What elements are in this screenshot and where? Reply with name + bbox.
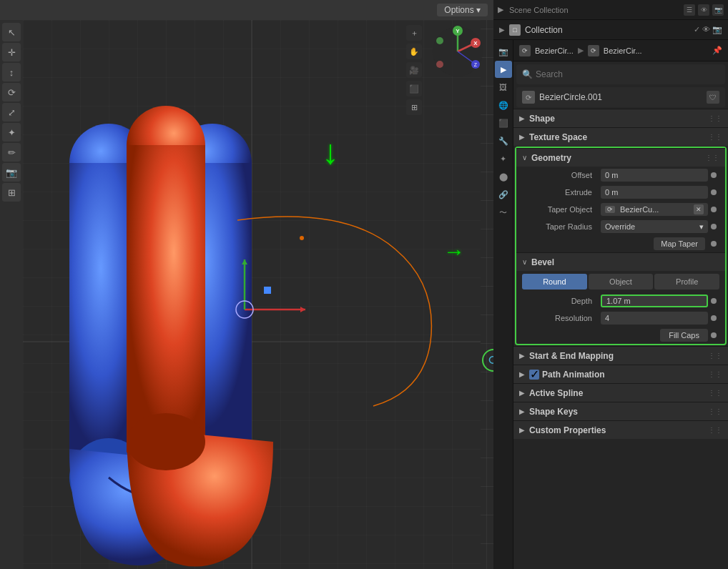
tool-pan[interactable]: ✋ (406, 44, 422, 59)
shape-keys-dots: ⋮⋮ (708, 407, 722, 415)
section-geometry[interactable]: ∨ Geometry ⋮⋮ (516, 148, 725, 167)
tool-cursor[interactable]: ✛ (2, 43, 21, 61)
section-active-spline[interactable]: ▶ Active Spline ⋮⋮ (513, 383, 728, 402)
extrude-dot[interactable] (711, 189, 717, 195)
taper-radius-dropdown[interactable]: Override ▾ (601, 220, 708, 233)
offset-value[interactable]: 0 m (601, 169, 708, 182)
offset-label: Offset (533, 171, 598, 179)
prop-render-icon[interactable]: 📷 (495, 43, 512, 60)
prop-world-icon[interactable]: 🌐 (495, 97, 512, 114)
render-icon[interactable]: 📷 (712, 4, 724, 16)
path-anim-label: Path Animation (542, 370, 605, 380)
bevel-tab-profile[interactable]: Profile (654, 274, 719, 290)
collection-row: ▶ □ Collection ✓ 👁 📷 (493, 20, 728, 40)
extrude-value[interactable]: 0 m (601, 186, 708, 199)
tool-camera[interactable]: 🎥 (406, 62, 422, 78)
taper-radius-row: Taper Radius Override ▾ (516, 218, 725, 235)
start-end-dots: ⋮⋮ (708, 352, 722, 360)
geometry-section-wrapper: ∨ Geometry ⋮⋮ Offset 0 m Extrude 0 m (515, 147, 727, 345)
fill-caps-btn[interactable]: Fill Caps (660, 329, 708, 342)
taper-remove-btn[interactable]: ✕ (694, 204, 704, 214)
depth-dot[interactable] (711, 298, 717, 304)
prop-particles-icon[interactable]: ✦ (495, 150, 512, 167)
geometry-dots: ⋮⋮ (705, 154, 719, 162)
breadcrumb-item1: BezierCir... (535, 46, 574, 55)
resolution-value[interactable]: 4 (601, 312, 708, 325)
resolution-dot[interactable] (711, 315, 717, 321)
mini-tools: ＋ ✋ 🎥 ⬛ ⊞ (406, 25, 422, 115)
tool-zoom-in[interactable]: ＋ (406, 25, 422, 41)
prop-modifier-icon[interactable]: 🔧 (495, 132, 512, 149)
svg-point-31 (436, 37, 443, 44)
object-shield-icon[interactable]: 🛡 (707, 91, 719, 104)
tool-move[interactable]: ↕ (2, 63, 21, 81)
prop-object-icon[interactable]: ▶ (495, 61, 512, 78)
bevel-arrow: ∨ (522, 258, 527, 266)
prop-object2-icon[interactable]: ⬛ (495, 114, 512, 132)
tool-transform[interactable]: ✦ (2, 123, 21, 142)
depth-label: Depth (533, 297, 598, 305)
tool-overlay[interactable]: ⬛ (406, 81, 422, 97)
shape-arrow: ▶ (519, 114, 525, 122)
section-shape[interactable]: ▶ Shape ⋮⋮ (513, 109, 728, 127)
viewport[interactable]: Options ▾ ↖ ✛ ↕ ⟳ ⤢ ✦ ✏ 📷 ⊞ (0, 0, 493, 569)
geometry-arrow: ∨ (522, 154, 527, 162)
prop-scene-icon[interactable]: 🖼 (495, 79, 512, 96)
tool-scale[interactable]: ⤢ (2, 103, 21, 122)
search-input[interactable] (536, 69, 719, 79)
tool-rotate[interactable]: ⟳ (2, 83, 21, 102)
offset-dot[interactable] (711, 172, 717, 178)
section-shape-keys[interactable]: ▶ Shape Keys ⋮⋮ (513, 402, 728, 420)
resolution-label: Resolution (533, 314, 598, 322)
active-spline-dots: ⋮⋮ (708, 389, 722, 397)
bevel-tab-round[interactable]: Round (522, 274, 587, 290)
bevel-header[interactable]: ∨ Bevel (516, 252, 725, 271)
tool-annotate[interactable]: ✏ (2, 143, 21, 162)
prop-physics-icon[interactable]: ⬤ (495, 168, 512, 185)
depth-value[interactable]: 1.07 m (601, 295, 708, 307)
tool-select[interactable]: ↖ (2, 23, 21, 41)
bevel-tab-object[interactable]: Object (589, 274, 654, 290)
prop-data-icon[interactable]: 〜 (495, 204, 512, 221)
tool-viewport-shade[interactable]: ⊞ (406, 99, 422, 115)
tool-measure[interactable]: 📷 (2, 163, 21, 182)
svg-text:Y: Y (456, 28, 460, 34)
viewport-header: Options ▾ (0, 0, 493, 20)
taper-object-value[interactable]: ⟳ BezierCu... ✕ (601, 203, 708, 216)
custom-props-dots: ⋮⋮ (708, 426, 722, 434)
svg-point-30 (436, 61, 443, 68)
map-taper-btn[interactable]: Map Taper (654, 237, 705, 250)
collection-expand[interactable]: ▶ (499, 26, 505, 34)
options-button[interactable]: Options ▾ (437, 4, 488, 16)
viewport-icon[interactable]: ☰ (684, 4, 695, 16)
fill-caps-row: Fill Caps (516, 327, 725, 344)
section-start-end-mapping[interactable]: ▶ Start & End Mapping ⋮⋮ (513, 346, 728, 365)
bevel-label: Bevel (531, 257, 554, 267)
collection-cam[interactable]: 📷 (712, 25, 722, 34)
path-anim-dots: ⋮⋮ (708, 370, 722, 378)
taper-obj-dot[interactable] (711, 207, 717, 212)
section-texture-space[interactable]: ▶ Texture Space ⋮⋮ (513, 127, 728, 146)
section-custom-props[interactable]: ▶ Custom Properties ⋮⋮ (513, 420, 728, 439)
section-path-animation[interactable]: ▶ ✓ Path Animation ⋮⋮ (513, 365, 728, 383)
collection-check[interactable]: ✓ (694, 25, 700, 34)
path-anim-checkbox[interactable]: ✓ (529, 370, 539, 380)
scene-collection-label: Scene Collection (509, 6, 569, 14)
texture-arrow: ▶ (519, 133, 525, 141)
object-name[interactable]: BezierCircle.001 (539, 92, 602, 102)
nav-gizmo[interactable]: Y X Z (431, 25, 485, 79)
extrude-label: Extrude (533, 188, 598, 197)
taper-radius-value: Override (605, 222, 635, 231)
svg-text:X: X (473, 40, 478, 46)
collection-eye[interactable]: 👁 (702, 25, 710, 34)
bevel-tabs: Round Object Profile (516, 271, 725, 292)
taper-object-row: Taper Object ⟳ BezierCu... ✕ (516, 201, 725, 218)
taper-radius-dot[interactable] (711, 224, 717, 229)
fill-caps-dot[interactable] (711, 332, 717, 338)
map-taper-dot[interactable] (711, 241, 717, 247)
breadcrumb-pin[interactable]: 📌 (712, 46, 722, 55)
hide-icon[interactable]: 👁 (698, 4, 709, 16)
taper-obj-text: BezierCu... (620, 205, 659, 214)
tool-grid[interactable]: ⊞ (2, 183, 21, 202)
prop-constraints-icon[interactable]: 🔗 (495, 186, 512, 203)
